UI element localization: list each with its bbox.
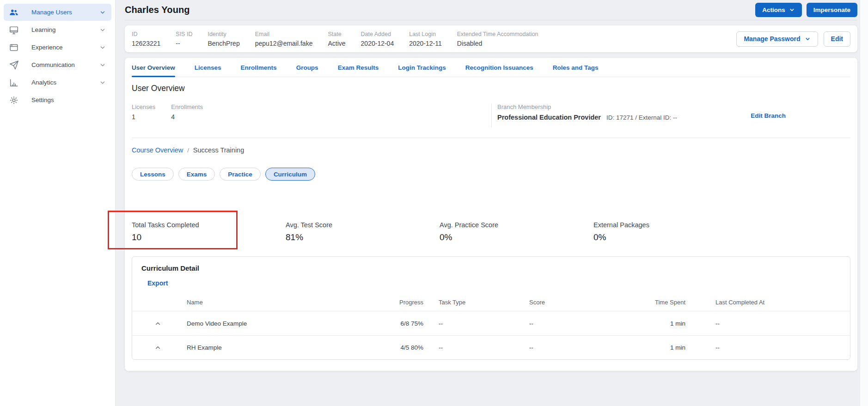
course-stats-row: Total Tasks Completed 10 Avg. Test Score… xyxy=(132,221,850,242)
sidebar-item-analytics[interactable]: Analytics xyxy=(4,74,111,91)
field-value: pepu12@email.fake xyxy=(255,40,313,47)
chevron-down-icon xyxy=(805,36,811,42)
bar-chart-icon xyxy=(8,77,19,88)
chevron-up-icon xyxy=(154,320,161,327)
field-value: 2020-12-04 xyxy=(361,40,394,47)
breadcrumb-course-overview-link[interactable]: Course Overview xyxy=(132,146,183,154)
field-value: -- xyxy=(176,40,192,47)
table-header-row: Name Progress Task Type Score Time Spent… xyxy=(132,294,850,311)
stat-value: 0% xyxy=(593,232,747,242)
page: Manage Users Learning xyxy=(0,0,868,406)
sidebar-item-communication[interactable]: Communication xyxy=(4,56,111,73)
cell-score: -- xyxy=(528,344,652,351)
sidebar-item-label: Analytics xyxy=(31,79,99,86)
sidebar-item-settings[interactable]: Settings xyxy=(4,91,111,109)
breadcrumb-separator: / xyxy=(187,147,189,154)
column-header-score: Score xyxy=(528,299,652,306)
stat-label: Avg. Test Score xyxy=(286,221,440,229)
count-value: 4 xyxy=(171,113,203,121)
tab-enrollments[interactable]: Enrollments xyxy=(241,58,277,77)
field-value: 2020-12-11 xyxy=(409,40,442,47)
stat-label: External Packages xyxy=(593,221,747,229)
stat-value: 0% xyxy=(440,232,593,242)
pill-practice[interactable]: Practice xyxy=(220,168,261,181)
tab-login-trackings[interactable]: Login Trackings xyxy=(398,58,446,77)
collapse-row-button[interactable] xyxy=(132,344,183,351)
sidebar-item-manage-users[interactable]: Manage Users xyxy=(4,4,111,21)
cell-score: -- xyxy=(528,320,652,327)
cell-time-spent: 1 min xyxy=(652,320,703,327)
pill-exams[interactable]: Exams xyxy=(178,168,215,181)
cell-last-completed-at: -- xyxy=(703,344,850,351)
stat-avg-practice-score: Avg. Practice Score 0% xyxy=(440,221,593,242)
column-header-name: Name xyxy=(183,299,389,306)
stat-value: 81% xyxy=(286,232,440,242)
column-header-progress: Progress xyxy=(389,299,435,306)
main-content: Charles Young Actions Impersonate ID 126… xyxy=(116,0,860,406)
export-link[interactable]: Export xyxy=(147,279,168,287)
overview-row: Licenses 1 Enrollments 4 Branch Membersh… xyxy=(132,103,850,127)
info-field-sis-id: SIS ID -- xyxy=(176,31,192,47)
branch-ids: ID: 17271 / External ID: -- xyxy=(606,114,677,121)
cell-time-spent: 1 min xyxy=(652,344,703,351)
table-row: RH Example 4/5 80% -- -- 1 min -- xyxy=(132,335,850,359)
cell-name: RH Example xyxy=(183,344,389,351)
stat-avg-test-score: Avg. Test Score 81% xyxy=(286,221,440,242)
scrollbar-track[interactable] xyxy=(860,0,868,406)
user-overview-card: User Overview Licenses Enrollments Group… xyxy=(125,58,857,371)
sidebar-item-learning[interactable]: Learning xyxy=(4,21,111,38)
field-value: Active xyxy=(328,40,345,47)
branch-name: Professional Education Provider xyxy=(497,114,601,121)
course-filter-pills: Lessons Exams Practice Curriculum xyxy=(132,168,850,181)
branch-membership: Branch Membership Professional Education… xyxy=(491,103,850,127)
actions-button[interactable]: Actions xyxy=(755,3,802,17)
column-header-time-spent: Time Spent xyxy=(652,299,703,306)
stat-label: Total Tasks Completed xyxy=(132,221,286,229)
tab-exam-results[interactable]: Exam Results xyxy=(338,58,379,77)
stat-label: Avg. Practice Score xyxy=(440,221,593,229)
tab-user-overview[interactable]: User Overview xyxy=(132,58,175,77)
impersonate-button[interactable]: Impersonate xyxy=(807,3,857,17)
cell-task-type: -- xyxy=(435,320,528,327)
tab-roles-and-tags[interactable]: Roles and Tags xyxy=(553,58,599,77)
tab-groups[interactable]: Groups xyxy=(296,58,318,77)
edit-branch-link[interactable]: Edit Branch xyxy=(751,112,786,119)
count-label: Licenses xyxy=(132,103,155,110)
sidebar: Manage Users Learning xyxy=(0,0,116,406)
edit-button-label: Edit xyxy=(831,35,843,42)
divider xyxy=(132,138,850,138)
info-field-state: State Active xyxy=(328,31,345,47)
user-info-card: ID 12623221 SIS ID -- Identity BenchPrep… xyxy=(125,25,857,52)
tab-recognition-issuances[interactable]: Recognition Issuances xyxy=(465,58,533,77)
manage-password-button[interactable]: Manage Password xyxy=(736,31,818,47)
count-label: Enrollments xyxy=(171,103,203,110)
chevron-down-icon xyxy=(99,44,106,51)
licenses-count: Licenses 1 xyxy=(132,103,155,127)
collapse-row-button[interactable] xyxy=(132,320,183,327)
tab-licenses[interactable]: Licenses xyxy=(195,58,221,77)
table-row: Demo Video Example 6/8 75% -- -- 1 min -… xyxy=(132,311,850,335)
field-label: Date Added xyxy=(361,31,394,37)
info-field-extended-time: Extended Time Accommodation Disabled xyxy=(457,31,538,47)
info-field-identity: Identity BenchPrep xyxy=(208,31,239,47)
info-field-id: ID 12623221 xyxy=(132,31,160,47)
field-label: ID xyxy=(132,31,160,37)
cell-last-completed-at: -- xyxy=(703,320,850,327)
field-label: Last Login xyxy=(409,31,442,37)
users-icon xyxy=(8,7,19,18)
edit-button[interactable]: Edit xyxy=(824,31,850,47)
curriculum-detail-title: Curriculum Detail xyxy=(132,264,850,272)
pill-lessons[interactable]: Lessons xyxy=(132,168,174,181)
column-header-task-type: Task Type xyxy=(435,299,528,306)
field-label: Email xyxy=(255,31,313,37)
cell-name: Demo Video Example xyxy=(183,320,389,327)
stat-external-packages: External Packages 0% xyxy=(593,221,747,242)
impersonate-button-label: Impersonate xyxy=(813,6,850,13)
curriculum-detail-card: Curriculum Detail Export Name Progress T… xyxy=(132,256,850,360)
field-value: Disabled xyxy=(457,40,538,47)
manage-password-label: Manage Password xyxy=(744,35,800,42)
pill-curriculum[interactable]: Curriculum xyxy=(265,168,315,181)
user-info-fields: ID 12623221 SIS ID -- Identity BenchPrep… xyxy=(132,31,538,47)
cell-progress: 6/8 75% xyxy=(389,320,435,327)
sidebar-item-experience[interactable]: Experience xyxy=(4,39,111,56)
